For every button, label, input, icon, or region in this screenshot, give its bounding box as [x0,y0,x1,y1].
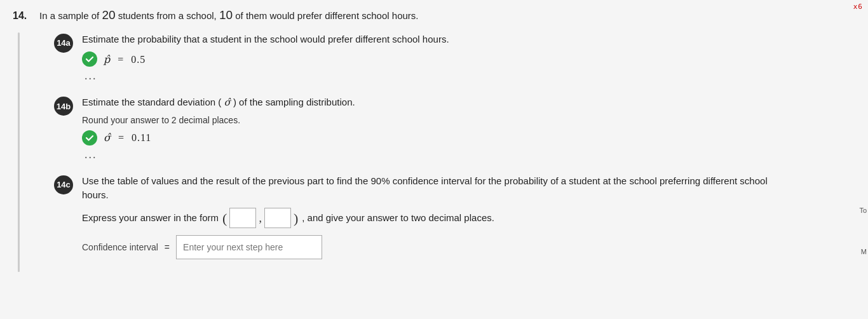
sub-content-14a: Estimate the probability that a student … [82,32,839,83]
sub-content-14c: Use the table of values and the result o… [82,174,839,259]
page-wrapper: x6 To M 14. In a sample of 20 students f… [0,0,868,319]
ci-label: Confidence interval [82,242,158,252]
top-right-label: x6 [853,3,863,11]
answer-formula-14a: p̂ = 0.5 [104,53,146,65]
ci-row: Confidence interval = [82,235,839,259]
ellipsis-14a: ... [85,69,839,83]
check-circle-14b [82,130,97,146]
close-paren: ) [294,208,298,229]
comma-separator: , [259,210,262,227]
right-hint-mid: M [861,248,867,255]
badge-14b: 14b [54,97,73,116]
badge-14a: 14a [54,34,73,53]
form-instruction-pre: Express your answer in the form [82,211,219,226]
open-paren: ( [222,208,227,229]
prefer-count: 10 [219,8,233,22]
bracket-form: ( , ) [222,208,298,229]
sub-block-wrapper: 14a Estimate the probability that a stud… [18,32,839,272]
right-hint-top: To [859,207,867,214]
answer-value-14a: 0.5 [131,54,146,65]
question-14c-line2: hours. [82,189,109,200]
check-circle-14a [82,51,97,67]
ellipsis-14b: ... [85,148,839,161]
confidence-pct: 90% [370,175,390,186]
badge-14c: 14c [54,175,73,194]
question-number: 14. [13,10,32,22]
sub-note-14b: Round your answer to 2 decimal places. [82,115,839,125]
question-14b-text: Estimate the standard deviation ( σ̂ ) o… [82,95,839,110]
form-instruction: Express your answer in the form ( , ) , … [82,208,839,229]
sub-block-14a: 14a Estimate the probability that a stud… [54,32,839,83]
equals-14b: = [118,132,125,143]
equals-14a: = [118,54,124,65]
bracket-input-left[interactable] [229,208,256,228]
p-hat-label: p̂ [104,54,111,65]
main-content: 14. In a sample of 20 students from a sc… [13,6,839,272]
answer-row-14b: σ̂ = 0.11 [82,130,839,146]
sigma-hat-inline: σ̂ [224,97,230,107]
check-icon-14a [85,55,94,64]
question-14c-text: Use the table of values and the result o… [82,174,839,203]
ci-equals: = [165,242,170,252]
left-border-line [18,32,20,272]
form-instruction-post: , and give your answer to two decimal pl… [302,211,494,226]
question-14a-text: Estimate the probability that a student … [82,32,839,47]
sub-block-14c: 14c Use the table of values and the resu… [54,174,839,259]
answer-value-14b: 0.11 [132,132,151,143]
check-icon-14b [85,133,94,142]
question-header: 14. In a sample of 20 students from a sc… [13,6,839,25]
sub-blocks-container: 14a Estimate the probability that a stud… [29,32,839,272]
answer-row-14a: p̂ = 0.5 [82,51,839,67]
sub-block-14b: 14b Estimate the standard deviation ( σ̂… [54,95,839,161]
question-text: In a sample of 20 students from a school… [39,6,418,25]
bracket-input-right[interactable] [264,208,291,228]
sub-content-14b: Estimate the standard deviation ( σ̂ ) o… [82,95,839,161]
sample-size: 20 [102,8,115,22]
ci-input[interactable] [176,235,322,259]
answer-formula-14b: σ̂ = 0.11 [104,132,151,144]
sigma-hat-answer-label: σ̂ [104,132,111,143]
